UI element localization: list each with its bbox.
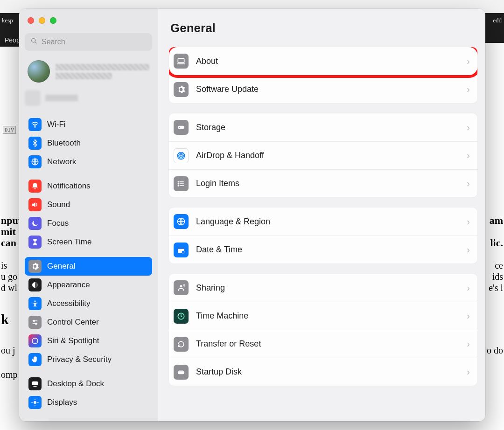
- sidebar-item-screentime[interactable]: Screen Time: [25, 233, 152, 251]
- bg-fragment: ids: [492, 271, 503, 282]
- zoom-window-button[interactable]: [50, 17, 56, 24]
- close-window-button[interactable]: [28, 17, 34, 24]
- row-time-machine[interactable]: Time Machine ›: [169, 302, 477, 330]
- bell-icon: [28, 180, 42, 193]
- sidebar: Wi-Fi Bluetooth Network Notifications: [19, 9, 158, 421]
- row-language-region[interactable]: Language & Region ›: [169, 208, 477, 236]
- bg-fragment: u go: [1, 271, 17, 282]
- search-field-wrap: [25, 33, 152, 51]
- svg-rect-33: [178, 247, 184, 249]
- sidebar-item-sound[interactable]: Sound: [25, 195, 152, 214]
- sidebar-item-network[interactable]: Network: [25, 153, 152, 171]
- family-label-redacted: [45, 95, 78, 101]
- sidebar-item-label: Bluetooth: [47, 139, 81, 148]
- dock-icon: [28, 377, 42, 390]
- svg-point-21: [179, 127, 180, 128]
- svg-rect-11: [32, 381, 38, 385]
- bg-fragment: o do: [487, 345, 503, 356]
- chevron-right-icon: ›: [467, 150, 470, 161]
- sidebar-item-controlcenter[interactable]: Control Center: [25, 313, 152, 332]
- sidebar-item-notifications[interactable]: Notifications: [25, 177, 152, 195]
- row-startup-disk[interactable]: Startup Disk ›: [169, 358, 477, 386]
- search-icon: [30, 37, 38, 47]
- sidebar-item-label: Control Center: [47, 318, 99, 327]
- sidebar-item-label: Focus: [47, 219, 69, 228]
- sidebar-item-label: Notifications: [47, 181, 91, 191]
- svg-rect-20: [178, 126, 184, 129]
- sidebar-item-focus[interactable]: Focus: [25, 214, 152, 233]
- laptop-icon: [174, 54, 189, 69]
- sidebar-item-siri[interactable]: Siri & Spotlight: [25, 332, 152, 350]
- bg-fragment: ou j: [1, 345, 15, 356]
- settings-group: About › Software Update ›: [168, 47, 478, 104]
- row-login-items[interactable]: Login Items ›: [169, 169, 477, 197]
- chevron-right-icon: ›: [467, 244, 470, 255]
- bluetooth-icon: [28, 137, 42, 150]
- svg-point-34: [182, 250, 184, 253]
- sidebar-item-label: Appearance: [47, 280, 90, 290]
- avatar: [28, 60, 50, 83]
- minimize-window-button[interactable]: [39, 17, 45, 24]
- bg-fragment: is: [1, 260, 7, 271]
- row-label: Startup Disk: [196, 367, 459, 377]
- sliders-icon: [28, 316, 42, 329]
- row-storage[interactable]: Storage ›: [169, 113, 477, 141]
- bg-fragment: lic.: [490, 237, 504, 249]
- time-machine-icon: [174, 309, 189, 324]
- sharing-icon: [174, 280, 189, 295]
- row-transfer-reset[interactable]: Transfer or Reset ›: [169, 330, 477, 358]
- sidebar-item-displays[interactable]: Displays: [25, 393, 152, 412]
- page-title: General: [170, 21, 476, 35]
- apple-id-account[interactable]: [25, 58, 152, 84]
- svg-point-2: [35, 127, 35, 128]
- bg-fragment: ce: [495, 260, 503, 271]
- sidebar-item-label: Screen Time: [47, 237, 91, 247]
- svg-point-0: [32, 39, 35, 42]
- row-sharing[interactable]: Sharing ›: [169, 274, 477, 302]
- row-airdrop-handoff[interactable]: AirDrop & Handoff ›: [169, 141, 477, 169]
- svg-point-30: [178, 185, 179, 186]
- row-about[interactable]: About ›: [169, 47, 477, 75]
- row-label: Software Update: [196, 84, 459, 94]
- sidebar-item-label: Desktop & Dock: [47, 379, 104, 388]
- sidebar-list[interactable]: Wi-Fi Bluetooth Network Notifications: [19, 112, 158, 421]
- svg-point-13: [34, 401, 36, 404]
- svg-point-7: [33, 320, 35, 322]
- window-controls: [19, 14, 158, 29]
- wifi-icon: [28, 118, 42, 131]
- sidebar-item-wifi[interactable]: Wi-Fi: [25, 115, 152, 134]
- chevron-right-icon: ›: [467, 56, 470, 67]
- globe-icon: [174, 214, 189, 229]
- chevron-right-icon: ›: [467, 84, 470, 95]
- sidebar-item-label: Accessibility: [47, 299, 91, 308]
- svg-rect-12: [33, 386, 37, 387]
- sidebar-item-appearance[interactable]: Appearance: [25, 276, 152, 294]
- system-settings-window: Wi-Fi Bluetooth Network Notifications: [19, 9, 485, 421]
- sidebar-item-privacy[interactable]: Privacy & Security: [25, 350, 152, 369]
- sidebar-item-bluetooth[interactable]: Bluetooth: [25, 134, 152, 153]
- row-label: Transfer or Reset: [196, 339, 459, 349]
- row-label: Sharing: [196, 283, 459, 293]
- sidebar-item-label: General: [47, 262, 75, 271]
- sidebar-item-accessibility[interactable]: Accessibility: [25, 294, 152, 313]
- svg-rect-38: [179, 370, 183, 371]
- svg-point-23: [179, 153, 183, 158]
- disk-icon: [174, 120, 189, 135]
- svg-line-1: [35, 42, 36, 43]
- search-input[interactable]: [25, 33, 152, 51]
- row-label: Time Machine: [196, 311, 459, 321]
- row-label: Storage: [196, 123, 459, 132]
- settings-group: Sharing › Time Machine › Transfer or Res…: [168, 273, 478, 386]
- hand-icon: [28, 353, 42, 366]
- bg-fragment: omp: [1, 369, 18, 380]
- bg-fragment: e's l: [489, 283, 503, 293]
- reset-icon: [174, 337, 189, 352]
- svg-point-35: [180, 285, 182, 287]
- row-software-update[interactable]: Software Update ›: [169, 75, 477, 103]
- row-date-time[interactable]: Date & Time ›: [169, 236, 477, 264]
- chevron-right-icon: ›: [467, 339, 470, 349]
- sidebar-item-general[interactable]: General: [25, 257, 152, 276]
- family-sharing[interactable]: [25, 90, 152, 106]
- row-label: Language & Region: [196, 217, 459, 227]
- sidebar-item-desktop-dock[interactable]: Desktop & Dock: [25, 375, 152, 393]
